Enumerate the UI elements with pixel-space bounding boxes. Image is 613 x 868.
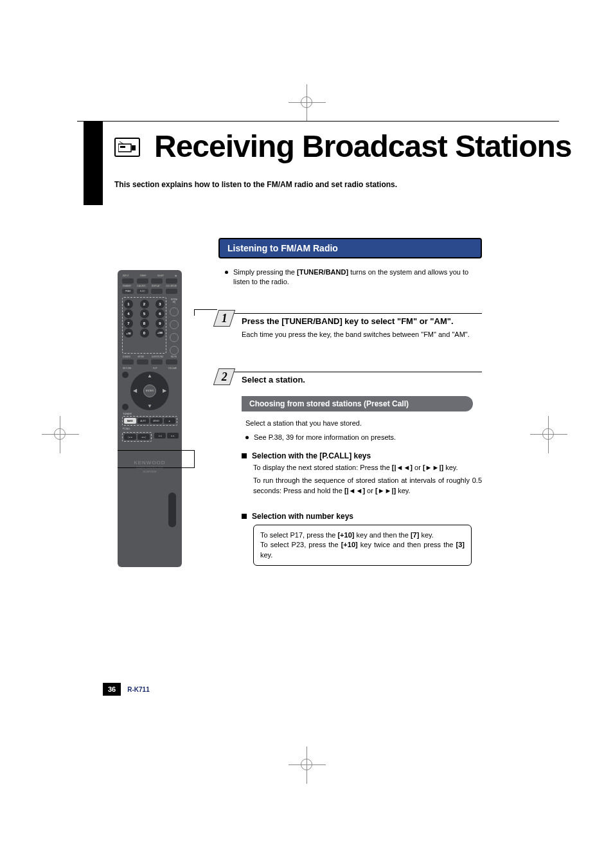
crop-mark-left — [54, 428, 66, 440]
intro-bullet: Simply pressing the [TUNER/BAND] turns o… — [225, 267, 482, 287]
callout-line — [118, 450, 195, 451]
page-subtitle: This section explains how to listen to t… — [114, 180, 397, 189]
step-number-2: 2 — [213, 368, 235, 385]
callout-line — [194, 309, 195, 316]
step-2: 2 Select a station. Choosing from stored… — [218, 372, 482, 566]
crop-mark-bottom — [301, 759, 312, 770]
remote-cursor-wheel: ▲ ▼ ◀ ▶ ENTER — [130, 372, 169, 410]
page-footer: 36 R-K711 — [103, 683, 150, 696]
model-number: R-K711 — [127, 686, 149, 693]
remote-volume-rocker — [168, 493, 176, 527]
step-1: 1 Press the [TUNER/BAND] key to select "… — [218, 314, 482, 339]
remote-pcall-row: |◄◄ ►►| — [122, 432, 152, 442]
page-number: 36 — [103, 683, 121, 696]
step-2-heading: Select a station. — [242, 375, 482, 384]
step-2-bullet: See P.38, 39 for more information on pre… — [254, 433, 396, 442]
pcall-selection-heading: Selection with the [P.CALL] keys — [252, 451, 371, 460]
trim-rule — [77, 121, 559, 122]
section-heading-bar: Listening to FM/AM Radio — [218, 238, 482, 258]
svg-rect-1 — [120, 146, 125, 148]
numkey-selection-heading: Selection with number keys — [252, 512, 353, 521]
step-number-1: 1 — [213, 310, 235, 327]
subsection-bar: Choosing from stored stations (Preset Ca… — [242, 396, 473, 411]
step-1-heading: Press the [TUNER/BAND] key to select "FM… — [242, 316, 482, 326]
radio-icon — [114, 138, 140, 157]
header-side-tab — [84, 122, 103, 205]
callout-line — [118, 467, 195, 468]
crop-mark-top — [301, 96, 312, 108]
square-bullet-icon — [242, 453, 247, 458]
callout-line — [194, 450, 195, 467]
numkey-example-box: To select P17, press the [+10] key and t… — [253, 525, 472, 566]
remote-illustration: INPUTTIMERSLEEP⏻ DIMMERD.AUDIODISPLAYD.N… — [118, 270, 182, 567]
square-bullet-icon — [242, 514, 247, 519]
svg-rect-2 — [132, 145, 136, 150]
pcall-line-2: To run through the sequence of stored st… — [253, 476, 482, 496]
callout-line — [194, 309, 217, 310]
crop-mark-right — [542, 428, 554, 440]
page-title: Receiving Broadcast Stations — [154, 129, 572, 164]
remote-number-pad: 123 456 789 +100+100 — [122, 297, 166, 354]
remote-brand: KENWOOD — [121, 460, 179, 466]
remote-tuner-row: BAND AUTO MONO ■ — [122, 416, 177, 426]
step-1-text: Each time you press the key, the band sw… — [242, 330, 482, 339]
pcall-line-1: To display the next stored station: Pres… — [253, 463, 482, 473]
step-2-line: Select a station that you have stored. — [245, 418, 482, 429]
